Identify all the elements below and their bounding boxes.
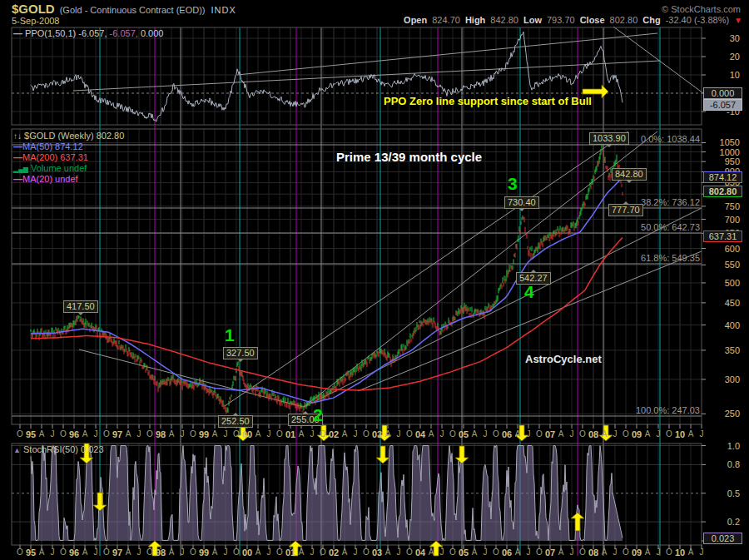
y-axis-label: 700 — [703, 215, 740, 225]
ma200-line — [31, 237, 623, 390]
x-axis-year-label: 95 — [26, 429, 36, 439]
x-axis-month-label: O — [449, 548, 456, 557]
callout-1033: 1033.90 — [589, 132, 629, 145]
x-axis-month-label: A — [342, 429, 348, 439]
y-axis-label: 0.2 — [703, 517, 740, 527]
x-axis-month-label: J — [570, 429, 574, 439]
x-axis-month-label: J — [527, 548, 531, 557]
y-axis-label: 400 — [703, 320, 740, 330]
x-axis-month-label: J — [527, 429, 531, 439]
x-axis-year-label: 06 — [502, 548, 512, 558]
fib-label-100: 100.0%: 247.03 — [574, 405, 700, 415]
x-axis-year-label: 10 — [675, 429, 685, 439]
x-axis-month-label: A — [515, 429, 521, 439]
low-value: 793.70 — [547, 15, 575, 25]
x-axis-year-label: 97 — [112, 548, 122, 558]
x-axis-month-label: A — [342, 548, 348, 557]
x-axis-month-label: A — [558, 429, 564, 439]
x-axis-month-label: O — [536, 429, 543, 439]
y-axis-label: 20 — [703, 52, 740, 62]
low-label: Low — [523, 15, 542, 25]
x-axis-month-label: A — [472, 429, 478, 439]
stoch-legend: StochRSI(50) 0.023 — [23, 444, 104, 454]
x-axis-month-label: A — [255, 548, 261, 557]
quote-bar: Open824.70 High842.80 Low793.70 Close802… — [404, 15, 742, 25]
symbol-exchange: INDX — [211, 5, 236, 15]
x-axis-month-label: J — [657, 548, 661, 557]
x-axis-year-label: 02 — [329, 429, 339, 439]
y-axis-label: 750 — [703, 201, 740, 211]
x-axis-month-label: J — [94, 429, 98, 439]
symbol-title: $GOLD — [12, 2, 55, 16]
x-axis-year-label: 07 — [545, 548, 555, 558]
x-axis-month-label: A — [299, 548, 305, 557]
x-axis-month-label: A — [688, 548, 694, 557]
x-axis-month-label: O — [320, 429, 326, 439]
chart-canvas — [0, 0, 749, 560]
x-axis-month-label: O — [17, 429, 23, 439]
x-axis-month-label: O — [406, 429, 413, 439]
x-axis-month-label: O — [493, 548, 499, 557]
x-axis-month-label: O — [276, 429, 283, 439]
x-axis-month-label: J — [484, 548, 488, 557]
x-axis-month-label: O — [579, 429, 586, 439]
ppo-legend-value2: -6.057, — [110, 28, 138, 38]
open-value: 824.70 — [432, 15, 460, 25]
chg-value: -32.40 (-3.88%) — [666, 15, 729, 25]
x-axis-year-label: 08 — [588, 548, 598, 558]
x-axis-month-label: A — [126, 548, 131, 557]
callout-730: 730.40 — [504, 196, 539, 209]
x-axis-year-label: 07 — [545, 429, 555, 439]
x-axis-month-label: J — [440, 548, 444, 557]
ppo-legend-value1: -6.057, — [78, 28, 107, 38]
x-axis-month-label: O — [233, 548, 240, 557]
ppo-support-annotation: PPO Zero line support since start of Bul… — [384, 95, 592, 107]
close-label: Close — [580, 15, 605, 25]
x-axis-month-label: J — [267, 429, 271, 439]
x-axis-month-label: O — [363, 429, 370, 439]
x-axis-month-label: A — [385, 429, 391, 439]
x-axis-stoch: O95AJO96AJO97AJO98AJO99AJO00AJO01AJO02AJ… — [0, 548, 749, 559]
ma20-legend: MA(20) undef — [22, 174, 78, 184]
astrocycle-watermark: AstroCycle.net — [525, 353, 602, 365]
x-axis-month-label: J — [181, 429, 185, 439]
volume-bars-icon: ▂▄▆ — [13, 166, 28, 173]
cycle-number-3: 3 — [508, 176, 518, 192]
ppo-legend: — PPO(1,50,1) -6.057, -6.057, 0.000 — [13, 28, 163, 38]
x-axis-month-label: J — [94, 548, 98, 557]
high-value: 842.80 — [490, 15, 518, 25]
ma200-line-swatch: — — [13, 152, 22, 162]
x-axis-year-label: 04 — [415, 548, 425, 558]
x-axis-month-label: A — [385, 548, 391, 557]
y-axis-label: 450 — [703, 298, 740, 308]
ppo-line-swatch: — — [13, 28, 22, 38]
x-axis-month-label: O — [320, 548, 326, 557]
x-axis-year-label: 09 — [632, 548, 642, 558]
chart-header: $GOLD(Gold - Continuous Contract (EOD))I… — [12, 2, 236, 17]
x-axis-month-label: J — [267, 548, 271, 557]
x-axis-month-label: J — [354, 429, 358, 439]
x-axis-month-label: O — [60, 548, 67, 557]
y-axis-label: 500 — [703, 278, 740, 288]
main-legend-ma20-row: —MA(20) undef — [13, 174, 78, 184]
x-axis-year-label: 05 — [459, 429, 469, 439]
stockcharts-gold-weekly-page: { "header": { "symbol": "$GOLD", "name":… — [0, 0, 749, 560]
symbol-name: (Gold - Continuous Contract (EOD)) — [60, 5, 206, 15]
x-axis-month-label: A — [429, 429, 434, 439]
x-axis-year-label: 97 — [112, 429, 122, 439]
close-price-tag: 802.80 — [703, 186, 742, 197]
x-axis-month-label: J — [51, 548, 55, 557]
callout-842: 842.80 — [612, 168, 647, 181]
main-legend-symbol-row: ↑↓ $GOLD (Weekly) 802.80 — [13, 131, 124, 141]
x-axis-month-label: A — [169, 548, 175, 557]
x-axis-month-label: J — [137, 548, 141, 557]
x-axis-month-label: O — [103, 429, 110, 439]
main-legend-ma50-row: —MA(50) 874.12 — [13, 141, 83, 151]
x-axis-year-label: 95 — [26, 548, 36, 558]
x-axis-month-label: J — [700, 548, 704, 557]
trend-line — [304, 208, 702, 407]
x-axis-month-label: O — [190, 548, 196, 557]
x-axis-month-label: O — [190, 429, 196, 439]
callout-327: 327.50 — [223, 347, 258, 359]
cycle-number-1: 1 — [225, 327, 235, 344]
